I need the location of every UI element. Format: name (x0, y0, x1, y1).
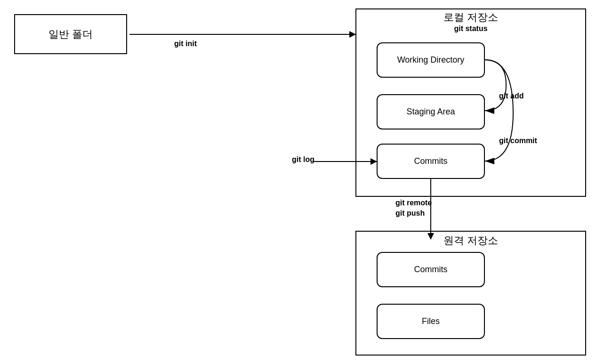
git-commit-label: git commit (499, 137, 537, 145)
staging-area-label: Staging Area (406, 107, 455, 117)
commits-local-label: Commits (414, 156, 448, 166)
git-remote-label: git remote (395, 198, 432, 208)
git-push-label: git push (395, 208, 432, 218)
commits-remote-box: Commits (377, 252, 485, 287)
git-init-label: git init (174, 40, 197, 48)
working-directory-box: Working Directory (377, 42, 485, 78)
diagram: 일반 폴더 git init 로컬 저장소 git status Working… (0, 0, 596, 364)
commits-local-box: Commits (377, 144, 485, 179)
init-arrow (129, 34, 355, 35)
staging-area-box: Staging Area (377, 94, 485, 129)
folder-label: 일반 폴더 (48, 27, 93, 41)
git-add-label: git add (499, 92, 524, 100)
git-status-label: git status (355, 24, 586, 33)
local-repo-title: 로컬 저장소 (355, 10, 586, 24)
remote-repo-title: 원격 저장소 (355, 234, 586, 248)
curved-arrows-svg (480, 42, 518, 184)
git-log-arrow (313, 161, 377, 162)
commits-remote-label: Commits (414, 265, 448, 275)
git-remote-push-label: git remote git push (395, 198, 432, 219)
folder-box: 일반 폴더 (14, 14, 127, 54)
working-directory-label: Working Directory (397, 55, 465, 65)
files-remote-box: Files (377, 304, 485, 339)
git-log-label: git log (292, 155, 314, 164)
files-remote-label: Files (422, 316, 440, 326)
